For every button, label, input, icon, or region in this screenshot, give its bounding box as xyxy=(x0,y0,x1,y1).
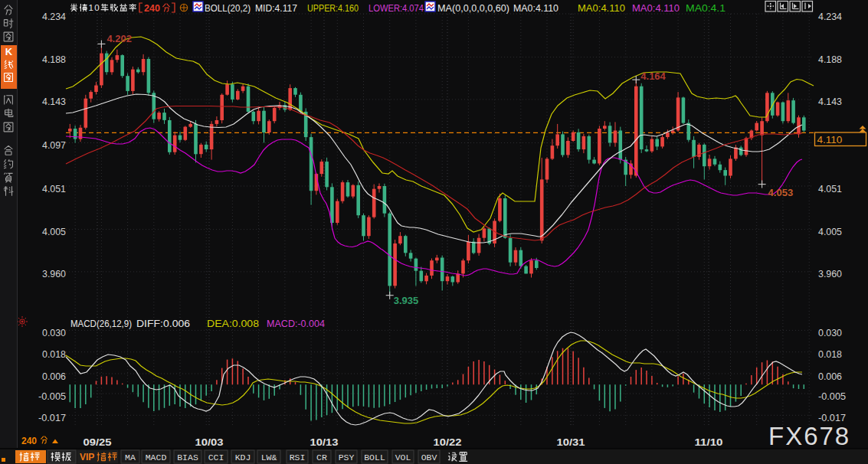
svg-text:MA0:4.110: MA0:4.110 xyxy=(578,2,625,14)
svg-text:-0.017: -0.017 xyxy=(38,412,66,423)
svg-text:MA0:4.110: MA0:4.110 xyxy=(513,2,558,14)
svg-text:0.030: 0.030 xyxy=(818,327,842,338)
svg-text:09/25: 09/25 xyxy=(84,436,112,448)
svg-text:BOLL: BOLL xyxy=(364,453,385,462)
svg-text:DEA:0.008: DEA:0.008 xyxy=(207,318,259,329)
svg-text:VOL: VOL xyxy=(395,453,411,462)
svg-text:CR: CR xyxy=(316,453,327,462)
svg-text:3.960: 3.960 xyxy=(42,268,66,279)
svg-text:10/13: 10/13 xyxy=(310,436,339,448)
svg-text:10/31: 10/31 xyxy=(557,436,585,448)
svg-text:4.005: 4.005 xyxy=(818,226,842,237)
svg-text:RSI: RSI xyxy=(290,453,306,462)
svg-text:0.006: 0.006 xyxy=(818,371,842,382)
svg-text:4.143: 4.143 xyxy=(818,96,842,107)
svg-text:4.164: 4.164 xyxy=(640,70,666,82)
svg-text:BOLL(20,2): BOLL(20,2) xyxy=(205,2,251,14)
svg-text:4.234: 4.234 xyxy=(818,11,842,22)
svg-text:-0.005: -0.005 xyxy=(38,390,66,402)
svg-text:LW&: LW& xyxy=(261,453,277,462)
svg-text:KDJ: KDJ xyxy=(235,453,251,462)
svg-text:BIAS: BIAS xyxy=(177,453,198,462)
svg-text:MA0:4.110: MA0:4.110 xyxy=(632,2,680,14)
svg-text:MACD:-0.004: MACD:-0.004 xyxy=(267,318,325,329)
svg-text:DIFF:0.006: DIFF:0.006 xyxy=(136,318,190,329)
svg-text:FX678: FX678 xyxy=(768,422,850,450)
svg-text:10/22: 10/22 xyxy=(434,436,462,448)
svg-text:240: 240 xyxy=(144,3,160,14)
svg-text:VIP: VIP xyxy=(80,452,94,462)
svg-text:0.006: 0.006 xyxy=(42,371,66,382)
svg-text:LOWER:4.074: LOWER:4.074 xyxy=(368,2,424,14)
svg-text:0.030: 0.030 xyxy=(42,327,66,338)
svg-text:4.053: 4.053 xyxy=(768,187,794,198)
svg-text:4.005: 4.005 xyxy=(42,226,66,237)
svg-text:MACD(26,12,9): MACD(26,12,9) xyxy=(70,318,132,329)
svg-text:4.188: 4.188 xyxy=(818,54,842,65)
svg-text:-0.005: -0.005 xyxy=(818,390,846,402)
svg-text:MA(0,0,0,0,0,60): MA(0,0,0,0,0,60) xyxy=(437,2,509,14)
svg-text:K: K xyxy=(5,46,13,57)
svg-text:4.051: 4.051 xyxy=(42,183,66,194)
svg-text:UPPER:4.160: UPPER:4.160 xyxy=(307,2,359,14)
svg-text:4.097: 4.097 xyxy=(42,139,66,151)
svg-text:MID:4.117: MID:4.117 xyxy=(255,2,297,14)
svg-text:0.018: 0.018 xyxy=(42,348,66,360)
svg-text:MA: MA xyxy=(125,453,136,462)
svg-text:MA0:4.1: MA0:4.1 xyxy=(686,2,726,14)
svg-text:OBV: OBV xyxy=(421,453,437,462)
svg-text:4.234: 4.234 xyxy=(42,11,66,22)
svg-text:11/10: 11/10 xyxy=(695,436,723,448)
svg-text:4.143: 4.143 xyxy=(42,96,66,107)
svg-text:CCI: CCI xyxy=(208,453,224,462)
svg-text:4.202: 4.202 xyxy=(106,33,132,44)
svg-text:3.960: 3.960 xyxy=(818,268,842,279)
svg-text:240: 240 xyxy=(21,436,37,446)
svg-text:0.018: 0.018 xyxy=(818,348,842,360)
svg-text:1: 1 xyxy=(88,2,93,12)
svg-text:0: 0 xyxy=(94,2,99,12)
svg-text:4.051: 4.051 xyxy=(818,183,842,194)
svg-text:PSY: PSY xyxy=(339,453,355,462)
svg-text:4.188: 4.188 xyxy=(42,54,66,65)
svg-text:3.935: 3.935 xyxy=(394,295,419,306)
svg-text:10/03: 10/03 xyxy=(195,436,224,448)
svg-text:4.110: 4.110 xyxy=(817,134,843,145)
svg-text:MACD: MACD xyxy=(146,453,167,462)
